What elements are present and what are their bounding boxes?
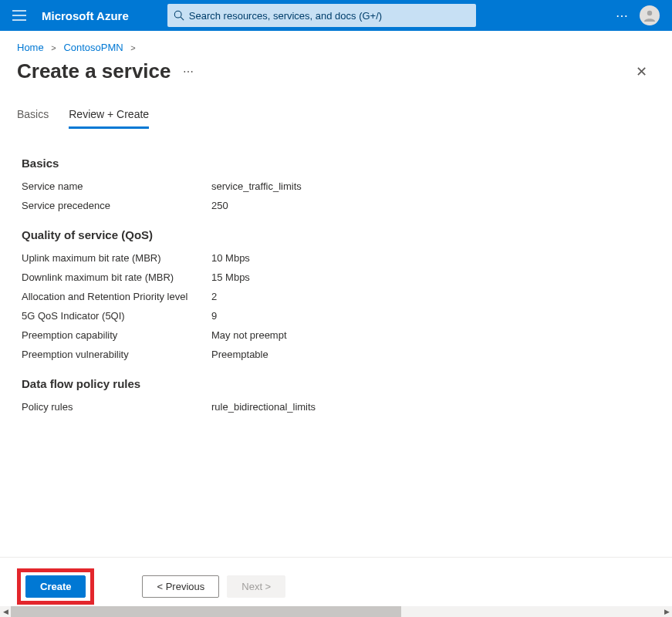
footer-bar: Create < Previous Next > [0, 557, 672, 605]
label-uplink-mbr: Uplink maximum bit rate (MBR) [22, 252, 211, 264]
menu-icon[interactable] [8, 5, 31, 25]
row-policy-rules: Policy rulesrule_bidirectional_limits [22, 401, 650, 413]
scroll-right-icon[interactable]: ▶ [661, 608, 672, 615]
tabs: Basics Review + Create [0, 94, 672, 129]
previous-button[interactable]: < Previous [142, 575, 219, 598]
value-arp: 2 [211, 291, 217, 302]
breadcrumb-item[interactable]: ContosoPMN [63, 42, 123, 53]
title-bar: Create a service ⋯ ✕ [0, 58, 672, 94]
svg-point-3 [174, 11, 181, 18]
row-downlink-mbr: Downlink maximum bit rate (MBR)15 Mbps [22, 271, 650, 283]
label-downlink-mbr: Downlink maximum bit rate (MBR) [22, 271, 211, 283]
row-5qi: 5G QoS Indicator (5QI)9 [22, 310, 650, 322]
row-preempt-vuln: Preemption vulnerabilityPreemptable [22, 349, 650, 360]
avatar[interactable] [640, 5, 660, 25]
value-5qi: 9 [211, 310, 217, 322]
section-rules-heading: Data flow policy rules [22, 377, 650, 390]
create-button[interactable]: Create [25, 575, 86, 598]
title-more-icon[interactable]: ⋯ [183, 66, 194, 78]
tab-basics[interactable]: Basics [17, 108, 49, 129]
label-service-name: Service name [22, 180, 211, 192]
search-input[interactable] [189, 10, 470, 22]
svg-line-4 [181, 17, 184, 20]
value-uplink-mbr: 10 Mbps [211, 252, 250, 264]
svg-point-5 [647, 11, 652, 15]
row-uplink-mbr: Uplink maximum bit rate (MBR)10 Mbps [22, 252, 650, 264]
row-service-name: Service nameservice_traffic_limits [22, 180, 650, 192]
more-icon[interactable]: ⋯ [616, 8, 629, 23]
label-policy-rules: Policy rules [22, 401, 211, 413]
value-service-name: service_traffic_limits [211, 180, 302, 192]
section-qos-heading: Quality of service (QoS) [22, 228, 650, 241]
content-area: Basics Service nameservice_traffic_limit… [0, 129, 672, 413]
label-arp: Allocation and Retention Priority level [22, 291, 211, 302]
value-preempt-vuln: Preemptable [211, 349, 268, 360]
horizontal-scrollbar[interactable]: ◀ ▶ [0, 606, 672, 617]
tab-review-create[interactable]: Review + Create [69, 108, 149, 129]
scroll-track[interactable] [11, 606, 661, 617]
row-service-precedence: Service precedence250 [22, 200, 650, 211]
chevron-right-icon: > [51, 43, 56, 52]
section-basics-heading: Basics [22, 157, 650, 170]
create-highlight: Create [17, 568, 94, 605]
next-button: Next > [227, 575, 285, 598]
brand-label[interactable]: Microsoft Azure [42, 9, 129, 22]
row-preempt-cap: Preemption capabilityMay not preempt [22, 329, 650, 341]
close-icon[interactable]: ✕ [628, 60, 655, 83]
scroll-thumb[interactable] [11, 606, 401, 617]
search-box[interactable] [167, 4, 476, 27]
scroll-left-icon[interactable]: ◀ [0, 608, 11, 615]
value-policy-rules: rule_bidirectional_limits [211, 401, 316, 413]
label-service-precedence: Service precedence [22, 200, 211, 211]
chevron-right-icon: > [130, 43, 135, 52]
page-title: Create a service [17, 59, 171, 83]
breadcrumb: Home > ContosoPMN > [0, 31, 672, 58]
top-bar: Microsoft Azure ⋯ [0, 0, 672, 31]
label-5qi: 5G QoS Indicator (5QI) [22, 310, 211, 322]
breadcrumb-home[interactable]: Home [17, 42, 44, 53]
value-downlink-mbr: 15 Mbps [211, 271, 250, 283]
search-icon [174, 10, 184, 21]
value-preempt-cap: May not preempt [211, 329, 287, 341]
value-service-precedence: 250 [211, 200, 228, 211]
label-preempt-cap: Preemption capability [22, 329, 211, 341]
label-preempt-vuln: Preemption vulnerability [22, 349, 211, 360]
row-arp: Allocation and Retention Priority level2 [22, 291, 650, 302]
